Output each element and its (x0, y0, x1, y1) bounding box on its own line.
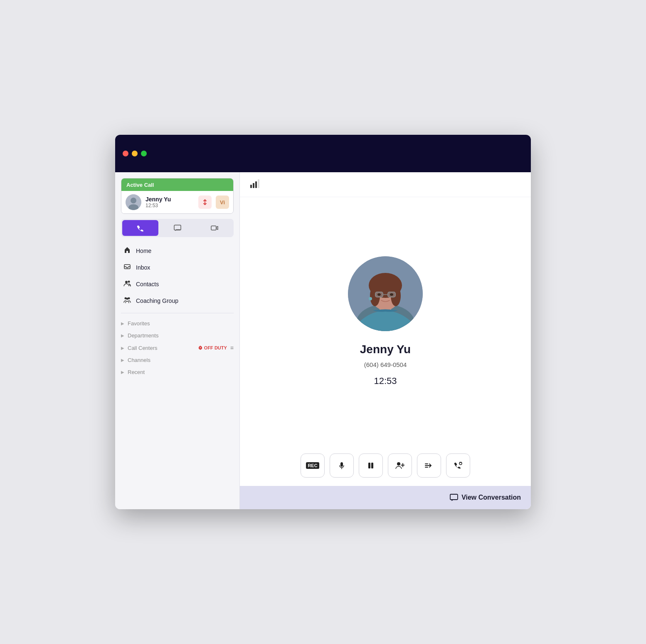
view-conversation-bar: View Conversation (240, 486, 531, 509)
off-duty-badge: OFF DUTY (198, 345, 227, 350)
nav-menu: Home Inbox (115, 243, 239, 309)
sidebar-item-coaching[interactable]: Coaching Group (118, 293, 236, 309)
app-window: Active Call Jenny Yu 12:53 (115, 135, 531, 509)
main-header (240, 172, 531, 197)
caller-info: Jenny Yu 12:53 (145, 196, 194, 208)
view-conversation-button[interactable]: View Conversation (450, 493, 521, 502)
sidebar-item-departments[interactable]: ▶ Departments (115, 329, 239, 342)
sidebar-item-channels[interactable]: ▶ Channels (115, 354, 239, 366)
transfer-button[interactable] (198, 196, 212, 209)
svg-rect-12 (250, 185, 252, 188)
svg-point-28 (390, 293, 393, 296)
contact-photo (348, 256, 423, 331)
contact-phone: (604) 649-0504 (364, 361, 407, 368)
recent-label: Recent (128, 369, 145, 375)
svg-rect-15 (258, 179, 259, 188)
svg-point-33 (397, 462, 400, 466)
maximize-button[interactable] (141, 151, 147, 156)
main-content: Jenny Yu (604) 649-0504 12:53 REC (240, 172, 531, 509)
svg-point-29 (369, 297, 372, 300)
active-call-card: Active Call Jenny Yu 12:53 (121, 178, 234, 214)
channels-label: Channels (128, 357, 150, 363)
pause-button[interactable] (359, 453, 383, 478)
signal-icon (250, 181, 260, 190)
call-centers-arrow: ▶ (121, 346, 124, 350)
off-duty-label: OFF DUTY (204, 345, 227, 350)
active-call-header: Active Call (121, 178, 233, 191)
inbox-label: Inbox (136, 264, 150, 271)
rec-label: REC (306, 462, 319, 469)
nav-tabs (121, 219, 234, 237)
app-body: Active Call Jenny Yu 12:53 (115, 172, 531, 509)
nav-divider (121, 313, 234, 313)
home-label: Home (136, 248, 151, 254)
svg-rect-13 (253, 183, 254, 188)
home-icon (123, 247, 131, 255)
add-participant-button[interactable] (388, 453, 412, 478)
svg-point-7 (128, 281, 130, 283)
svg-point-6 (125, 281, 128, 283)
sidebar-item-inbox[interactable]: Inbox (118, 260, 236, 275)
svg-rect-3 (174, 225, 181, 230)
transfer-call-button[interactable] (417, 453, 441, 478)
coaching-icon (123, 297, 131, 305)
call-centers-label: Call Centers (128, 345, 158, 351)
sidebar-item-home[interactable]: Home (118, 243, 236, 259)
coaching-label: Coaching Group (136, 297, 178, 304)
departments-label: Departments (128, 332, 158, 339)
caller-name: Jenny Yu (145, 196, 194, 203)
tab-video[interactable] (196, 220, 232, 236)
hamburger-icon[interactable]: ≡ (230, 344, 234, 351)
tab-phone[interactable] (122, 220, 158, 236)
sidebar-item-recent[interactable]: ▶ Recent (115, 366, 239, 378)
inbox-icon (123, 263, 131, 272)
close-button[interactable] (123, 151, 128, 156)
channels-arrow: ▶ (121, 358, 124, 362)
caller-duration: 12:53 (145, 203, 194, 208)
mute-button[interactable] (330, 453, 354, 478)
phone-options-button[interactable] (446, 453, 470, 478)
contacts-icon (123, 280, 131, 288)
contacts-label: Contacts (136, 281, 159, 287)
record-button[interactable]: REC (301, 453, 325, 478)
view-conversation-label: View Conversation (461, 494, 521, 501)
active-call-label: Active Call (126, 182, 154, 188)
svg-rect-4 (211, 226, 216, 230)
traffic-lights (123, 151, 147, 156)
vi-button[interactable]: Vi (216, 196, 229, 209)
svg-point-10 (126, 298, 128, 300)
call-centers-left: ▶ Call Centers (121, 345, 158, 351)
svg-point-27 (377, 293, 381, 296)
caller-avatar (126, 194, 141, 210)
minimize-button[interactable] (132, 151, 138, 156)
tab-chat[interactable] (159, 220, 195, 236)
contact-panel: Jenny Yu (604) 649-0504 12:53 (240, 197, 531, 445)
svg-rect-14 (255, 181, 257, 188)
sidebar-item-favorites[interactable]: ▶ Favorites (115, 317, 239, 329)
favorites-label: Favorites (128, 320, 150, 327)
svg-point-1 (131, 198, 136, 203)
svg-rect-39 (450, 494, 458, 500)
departments-arrow: ▶ (121, 333, 124, 338)
sidebar: Active Call Jenny Yu 12:53 (115, 172, 240, 509)
favorites-arrow: ▶ (121, 321, 124, 326)
contact-timer: 12:53 (374, 376, 397, 386)
chat-icon (450, 493, 458, 502)
sidebar-item-call-centers[interactable]: ▶ Call Centers OFF DUTY ≡ (115, 342, 239, 354)
svg-rect-32 (371, 463, 373, 468)
call-controls: REC (240, 445, 531, 486)
recent-arrow: ▶ (121, 370, 124, 374)
svg-rect-31 (368, 463, 370, 468)
active-call-body: Jenny Yu 12:53 Vi (121, 191, 233, 213)
sidebar-item-contacts[interactable]: Contacts (118, 276, 236, 292)
contact-name: Jenny Yu (360, 343, 411, 356)
title-bar (115, 135, 531, 172)
